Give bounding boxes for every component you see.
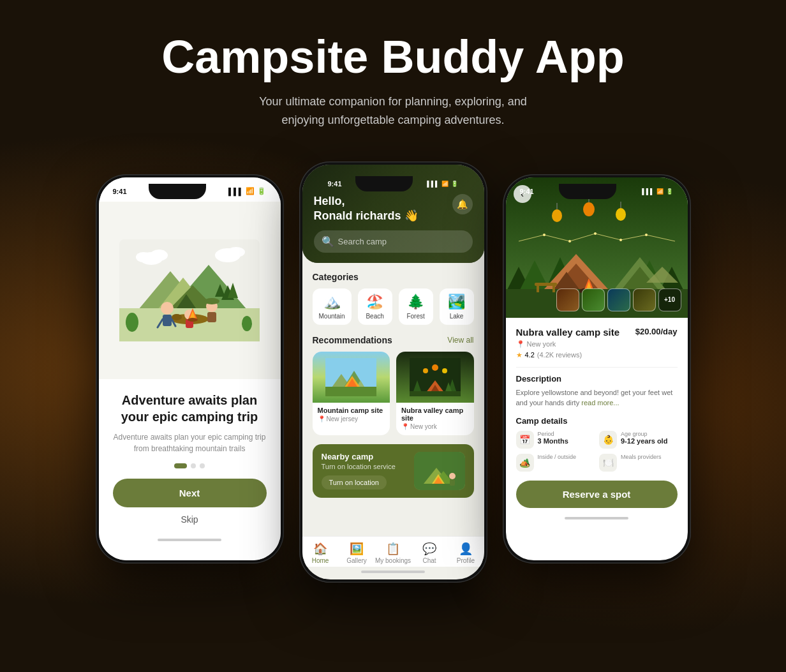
detail-content: Nubra valley camp site $20.00/day 📍 New … (506, 318, 688, 560)
svg-point-22 (204, 298, 219, 304)
svg-rect-78 (537, 286, 539, 292)
rec-nubra-info: Nubra valley camp site 📍 New york (396, 403, 474, 435)
category-beach[interactable]: 🏖️ Beach (358, 288, 392, 325)
thumb-1[interactable] (556, 288, 579, 311)
svg-rect-54 (450, 479, 455, 486)
status-bar-1: 9:41 ▌▌▌ 📶 🔋 (99, 177, 281, 202)
search-bar[interactable]: 🔍 Search camp (314, 230, 473, 253)
gallery-icon: 🖼️ (350, 542, 364, 556)
status-icons-3: ▌▌▌ 📶 🔋 (642, 188, 673, 195)
description-text: Explore yellowstone and beyond! get your… (516, 387, 678, 408)
next-button[interactable]: Next (113, 479, 267, 507)
category-forest-label: Forest (405, 313, 427, 320)
inside-icon: 🏕️ (516, 454, 534, 472)
recommendation-cards: Mountain camp site 📍 New jersey (313, 352, 474, 435)
categories-list: 🏔️ Mountain 🏖️ Beach 🌲 Forest (313, 288, 474, 325)
svg-point-17 (161, 302, 174, 315)
nearby-card[interactable]: Nearby camp Turn on location service Tur… (313, 444, 474, 498)
onboarding-title: Adventure awaits plan your epic camping … (113, 392, 267, 425)
nav-chat[interactable]: 💬 Chat (412, 542, 448, 564)
thumb-3[interactable] (607, 288, 630, 311)
inside-label: Inside / outside (538, 454, 577, 460)
page-title: Campsite Buddy App (161, 32, 624, 82)
svg-rect-18 (163, 315, 172, 326)
more-photos[interactable]: +10 (658, 288, 681, 311)
notification-bell[interactable]: 🔔 (452, 194, 473, 214)
time-3: 9:41 (520, 188, 534, 195)
detail-period: 📅 Period 3 Months (516, 431, 595, 449)
categories-title: Categories (313, 272, 474, 282)
category-lake[interactable]: 🏞️ Lake (440, 288, 474, 325)
recommendations-title: Recommendations (313, 335, 392, 345)
chat-icon: 💬 (422, 542, 436, 556)
nav-profile[interactable]: 👤 Profile (448, 542, 484, 564)
turn-on-button[interactable]: Turn on location (322, 475, 387, 489)
svg-point-43 (432, 364, 438, 371)
category-forest[interactable]: 🌲 Forest (399, 288, 433, 325)
detail-meals: 🍽️ Meals providers (599, 454, 678, 472)
home-icon: 🏠 (313, 542, 327, 556)
divider-1 (516, 367, 678, 368)
svg-point-82 (594, 232, 597, 235)
rec-nubra-name: Nubra valley camp site (401, 407, 469, 422)
thumb-4[interactable] (633, 288, 656, 311)
recommendations-header: Recommendations View all (313, 335, 474, 345)
thumb-2[interactable] (582, 288, 605, 311)
time-1: 9:41 (113, 188, 127, 195)
svg-point-29 (126, 313, 138, 332)
skip-button[interactable]: Skip (181, 514, 198, 525)
location-icon-2: 📍 (401, 423, 409, 430)
camp-details-grid: 📅 Period 3 Months 👶 Age group (516, 431, 678, 472)
svg-point-61 (552, 209, 562, 222)
reserve-button[interactable]: Reserve a spot (516, 481, 678, 508)
detail-header: Nubra valley camp site $20.00/day (516, 327, 678, 338)
read-more-link[interactable]: read more... (581, 399, 619, 407)
phones-row: 9:41 ▌▌▌ 📶 🔋 (96, 161, 691, 583)
phone-onboarding: 9:41 ▌▌▌ 📶 🔋 (96, 174, 284, 564)
nav-gallery[interactable]: 🖼️ Gallery (339, 542, 375, 564)
rec-card-mountain[interactable]: Mountain camp site 📍 New jersey (313, 352, 390, 435)
svg-point-28 (188, 318, 198, 322)
rec-card-nubra[interactable]: Nubra valley camp site 📍 New york (396, 352, 474, 435)
home-indicator-3 (565, 517, 628, 519)
dot-1 (174, 463, 187, 468)
category-mountain[interactable]: 🏔️ Mountain (313, 288, 352, 325)
svg-point-44 (442, 368, 447, 373)
meals-label: Meals providers (621, 454, 662, 460)
svg-point-53 (449, 473, 456, 479)
beach-icon: 🏖️ (364, 294, 386, 310)
svg-point-65 (616, 208, 626, 221)
view-all-link[interactable]: View all (447, 336, 473, 345)
site-price: $20.00/day (635, 327, 678, 336)
svg-point-80 (543, 234, 545, 236)
onboarding-content: Adventure awaits plan your epic camping … (99, 379, 281, 560)
nav-bookings[interactable]: 📋 My bookings (375, 542, 412, 564)
mountain-icon: 🏔️ (319, 294, 345, 310)
detail-inside: 🏕️ Inside / outside (516, 454, 595, 472)
rec-mountain-name: Mountain camp site (318, 407, 385, 414)
nearby-image (414, 452, 465, 490)
dot-2 (191, 463, 196, 468)
svg-point-16 (172, 314, 182, 320)
home-header: 9:41 ▌▌▌ 📶 🔋 Hel (302, 165, 484, 263)
site-location: 📍 New york (516, 340, 678, 348)
nav-home[interactable]: 🏠 Home (302, 542, 339, 564)
nav-profile-label: Profile (457, 557, 475, 564)
svg-point-83 (619, 239, 622, 241)
period-value: 3 Months (538, 437, 568, 445)
nav-home-label: Home (312, 557, 329, 564)
status-icons-2: ▌▌▌ 📶 🔋 (427, 181, 458, 187)
svg-point-42 (423, 368, 428, 373)
nearby-subtitle: Turn on location service (322, 463, 396, 470)
svg-rect-48 (414, 452, 465, 490)
svg-point-5 (150, 250, 168, 261)
camp-details-title: Camp details (516, 416, 678, 426)
time-2: 9:41 (328, 180, 342, 188)
site-name: Nubra valley camp site (516, 327, 620, 338)
svg-rect-23 (207, 312, 216, 322)
nav-chat-label: Chat (422, 557, 436, 564)
onboarding-desc: Adventure awaits plan your epic camping … (113, 431, 267, 454)
home-indicator-1 (158, 539, 221, 541)
phone-home: 9:41 ▌▌▌ 📶 🔋 Hel (299, 161, 487, 583)
search-placeholder: Search camp (338, 237, 387, 246)
